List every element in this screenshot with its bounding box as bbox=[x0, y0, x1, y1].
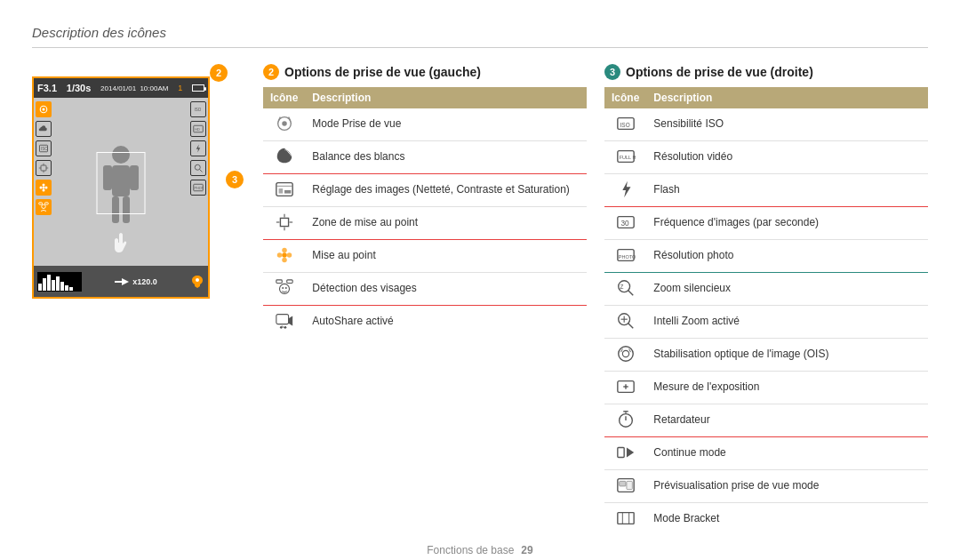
content-area: 2 F3.1 1/30s 2014/01/01 10:00AM 1 bbox=[32, 64, 928, 535]
footer-page: 29 bbox=[521, 544, 532, 556]
cam-icon-focus bbox=[36, 160, 52, 176]
table-row: Mise au point bbox=[263, 240, 587, 273]
badge-3: 3 bbox=[226, 171, 244, 188]
desc-cell: Détection des visages bbox=[305, 273, 587, 306]
page: Description des icônes 2 F3.1 1/30s 2014… bbox=[0, 0, 960, 560]
footer-text: Fonctions de base bbox=[427, 544, 514, 556]
svg-marker-32 bbox=[122, 278, 129, 285]
table-row: Intelli Zoom activé bbox=[604, 306, 928, 339]
svg-text:30: 30 bbox=[620, 220, 629, 228]
svg-rect-40 bbox=[280, 218, 288, 226]
flower-icon bbox=[274, 244, 295, 266]
left-section-title: 2 Options de prise de vue (gauche) bbox=[263, 64, 587, 80]
svg-point-48 bbox=[276, 252, 282, 258]
cam-icon-mag bbox=[190, 160, 206, 176]
svg-rect-15 bbox=[39, 203, 43, 204]
cam-icon-iso-r: ISO bbox=[190, 101, 206, 117]
icon-cell bbox=[604, 339, 646, 372]
page-header: Description des icônes bbox=[32, 25, 928, 48]
table-row: 30Fréquence d'images (par seconde) bbox=[604, 207, 928, 240]
cam-icon-cloud bbox=[36, 121, 52, 137]
icon-cell bbox=[263, 141, 305, 174]
icon-cell: PHOTO bbox=[604, 240, 646, 273]
camera-side-right: ISO HD PHOTO bbox=[190, 101, 206, 196]
photo-res-icon: PHOTO bbox=[615, 244, 636, 266]
table-row: Balance des blancs bbox=[263, 141, 587, 174]
wb-icon bbox=[274, 146, 295, 167]
face-detect-icon bbox=[274, 277, 295, 299]
ois-icon bbox=[615, 343, 636, 364]
svg-line-58 bbox=[282, 326, 284, 329]
desc-cell: Mode Bracket bbox=[646, 503, 928, 536]
svg-rect-4 bbox=[41, 165, 46, 171]
right-badge: 3 bbox=[604, 64, 620, 80]
svg-text:PHOTO: PHOTO bbox=[618, 254, 635, 260]
desc-cell: Flash bbox=[646, 174, 928, 207]
svg-marker-85 bbox=[627, 448, 634, 458]
camera-side-left: ISO bbox=[36, 101, 52, 215]
svg-point-45 bbox=[282, 252, 287, 258]
svg-point-56 bbox=[280, 326, 283, 329]
shot-count: 1 bbox=[178, 84, 182, 92]
desc-cell: Résolution photo bbox=[646, 240, 928, 273]
autoshare-icon bbox=[274, 310, 295, 332]
focus-zone-icon bbox=[274, 212, 295, 233]
svg-point-49 bbox=[286, 252, 292, 258]
right-options-table: Icône Description ISOSensibilité ISOFULL… bbox=[604, 87, 928, 535]
cam-icon-hd: HD bbox=[190, 121, 206, 137]
svg-marker-63 bbox=[622, 181, 630, 197]
svg-point-35 bbox=[282, 121, 287, 126]
camera-top-bar: F3.1 1/30s 2014/01/01 10:00AM 1 bbox=[34, 78, 208, 98]
svg-rect-88 bbox=[627, 481, 632, 489]
icon-cell: ISO bbox=[604, 108, 646, 141]
table-row: PHOTORésolution photo bbox=[604, 240, 928, 273]
timer-icon bbox=[615, 409, 636, 430]
table-row: ZZoom silencieux bbox=[604, 273, 928, 306]
desc-cell: Mesure de l'exposition bbox=[646, 372, 928, 404]
right-col-icon: Icône bbox=[604, 87, 646, 108]
icon-cell bbox=[263, 108, 305, 141]
shutter: 1/30s bbox=[67, 83, 92, 93]
cam-icon-mode bbox=[36, 101, 52, 117]
svg-text:ISO: ISO bbox=[620, 122, 629, 128]
icon-cell bbox=[604, 503, 646, 536]
svg-rect-38 bbox=[278, 188, 283, 194]
right-section-title: 3 Options de prise de vue (droite) bbox=[604, 64, 928, 80]
icon-cell bbox=[604, 306, 646, 339]
continue-icon bbox=[615, 442, 636, 463]
table-row: Stabilisation optique de l'image (OIS) bbox=[604, 339, 928, 372]
svg-point-57 bbox=[284, 326, 286, 329]
icon-cell bbox=[604, 404, 646, 437]
zoom-area: x120.0 bbox=[115, 277, 157, 286]
table-row: Détection des visages bbox=[263, 273, 587, 306]
badge-2: 2 bbox=[210, 64, 228, 82]
left-options-section: 2 Options de prise de vue (gauche) Icône… bbox=[263, 64, 587, 535]
desc-cell: Prévisualisation prise de vue mode bbox=[646, 470, 928, 503]
table-row: Mode Prise de vue bbox=[263, 108, 587, 141]
camera-screen: F3.1 1/30s 2014/01/01 10:00AM 1 bbox=[32, 76, 210, 299]
svg-point-80 bbox=[619, 414, 632, 428]
svg-point-54 bbox=[285, 287, 287, 289]
svg-rect-39 bbox=[284, 190, 291, 194]
table-row: Retardateur bbox=[604, 404, 928, 437]
svg-point-1 bbox=[43, 108, 45, 111]
svg-point-14 bbox=[42, 204, 46, 209]
svg-text:FULL HD: FULL HD bbox=[619, 155, 635, 160]
svg-line-22 bbox=[200, 170, 203, 172]
focus-box bbox=[97, 152, 146, 214]
desc-cell: Mise au point bbox=[305, 240, 587, 273]
camera-panel: 2 F3.1 1/30s 2014/01/01 10:00AM 1 bbox=[32, 64, 236, 535]
desc-cell: Continue mode bbox=[646, 437, 928, 470]
left-badge: 2 bbox=[263, 64, 279, 80]
desc-cell: Retardateur bbox=[646, 404, 928, 437]
desc-cell: Intelli Zoom activé bbox=[646, 306, 928, 339]
svg-line-72 bbox=[628, 324, 633, 329]
svg-point-9 bbox=[43, 187, 45, 189]
svg-line-69 bbox=[628, 291, 633, 296]
table-row: Continue mode bbox=[604, 437, 928, 470]
icon-cell bbox=[263, 273, 305, 306]
desc-cell: AutoShare activé bbox=[305, 306, 587, 339]
page-footer: Fonctions de base 29 bbox=[32, 535, 928, 556]
desc-cell: Fréquence d'images (par seconde) bbox=[646, 207, 928, 240]
table-row: Mode Bracket bbox=[604, 503, 928, 536]
